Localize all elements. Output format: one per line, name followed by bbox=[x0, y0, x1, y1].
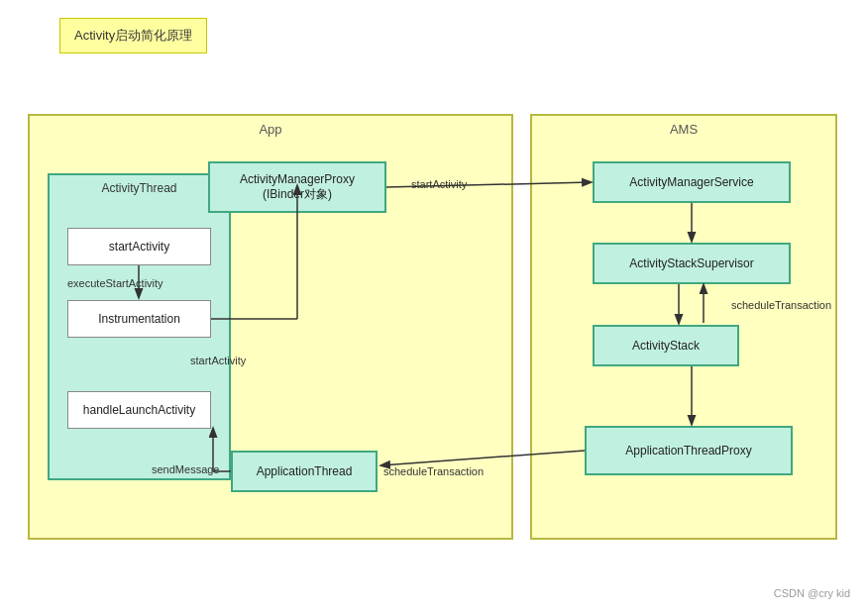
schedule-transaction-label-2: scheduleTransaction bbox=[383, 465, 484, 477]
activity-manager-service-box: ActivityManagerService bbox=[593, 161, 791, 203]
schedule-transaction-label-1: scheduleTransaction bbox=[731, 299, 831, 311]
application-thread-proxy-box: ApplicationThreadProxy bbox=[585, 426, 793, 475]
start-activity-left-label: startActivity bbox=[190, 355, 246, 366]
ams-label: AMS bbox=[670, 122, 698, 137]
execute-start-activity-label: executeStartActivity bbox=[67, 277, 163, 289]
start-activity-box: startActivity bbox=[67, 228, 211, 265]
activity-stack-box: ActivityStack bbox=[593, 325, 739, 366]
activity-manager-proxy-box: ActivityManagerProxy (IBinder对象) bbox=[208, 161, 386, 213]
activity-thread-label: ActivityThread bbox=[101, 181, 176, 195]
title-text: Activity启动简化原理 bbox=[74, 28, 192, 43]
app-label: App bbox=[259, 122, 281, 137]
application-thread-box: ApplicationThread bbox=[231, 451, 378, 492]
instrumentation-box: Instrumentation bbox=[67, 300, 211, 338]
activity-stack-supervisor-box: ActivityStackSupervisor bbox=[593, 243, 791, 284]
handle-launch-activity-box: handleLaunchActivity bbox=[67, 391, 211, 429]
title-note: Activity启动简化原理 bbox=[59, 18, 207, 53]
start-activity-arrow-label: startActivity bbox=[411, 178, 467, 190]
canvas: Activity启动简化原理 App AMS ActivityThread st… bbox=[0, 0, 868, 611]
send-message-label: sendMessage bbox=[152, 463, 220, 475]
watermark: CSDN @cry kid bbox=[774, 587, 850, 599]
